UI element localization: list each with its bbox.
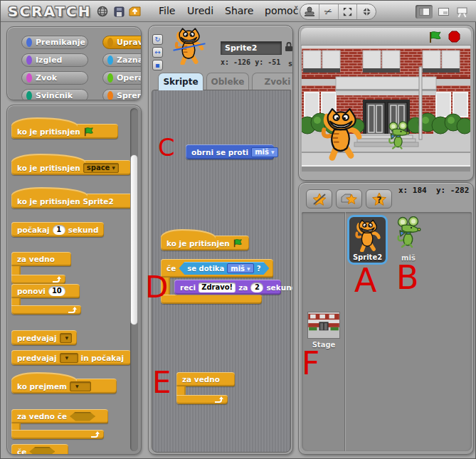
if-block-partial[interactable]: če (11, 444, 68, 455)
shrink-tool-button[interactable] (357, 4, 376, 19)
condition-slot[interactable] (29, 447, 55, 455)
small-stage-view-button[interactable] (416, 5, 433, 19)
block-label: ? (257, 265, 261, 273)
lock-icon[interactable] (285, 41, 293, 55)
annotation-letter-e: E (152, 365, 171, 400)
menu-pomoc[interactable]: pomoč (265, 5, 298, 16)
block-label: ko je pritisnjen (17, 127, 80, 136)
stop-sign-icon (448, 31, 460, 43)
touching-block[interactable]: se dotika miš ? (179, 262, 269, 275)
menu-file[interactable]: File (159, 5, 175, 16)
save-icon[interactable] (112, 4, 126, 19)
cat-sprite-icon (319, 107, 364, 161)
category-label: Spremen (117, 91, 142, 100)
play-sound-block[interactable]: predvajaj (11, 330, 77, 345)
block-label: za vedno (17, 255, 55, 263)
say-text-input[interactable]: Zdravo! (199, 283, 236, 292)
condition-slot[interactable] (70, 412, 95, 421)
import-sprite-button[interactable] (336, 189, 362, 209)
forever-if-block[interactable]: za vedno če (11, 409, 108, 439)
when-sprite-clicked-block[interactable]: ko je pritisnjen Sprite2 (11, 194, 134, 209)
category-premikanje[interactable]: Premikanje (21, 36, 88, 49)
category-zvok[interactable]: Zvok (21, 71, 88, 85)
duplicate-tool-button[interactable] (300, 4, 319, 19)
language-globe-icon[interactable] (95, 4, 110, 19)
say-for-seconds-block[interactable]: reci Zdravo! za 2 sekund (174, 280, 281, 295)
stop-button[interactable] (448, 31, 460, 46)
category-zaznavanje[interactable]: Zaznava (102, 53, 142, 67)
forever-block[interactable]: za vedno (11, 252, 71, 284)
annotation-letter-a: A (354, 261, 376, 300)
stage-tile[interactable]: Stage (306, 312, 342, 349)
category-label: Svinčnik (36, 91, 73, 100)
looks-color-dot-icon (26, 56, 32, 65)
category-operatorji[interactable]: Operato (102, 71, 142, 85)
sound-dropdown[interactable] (60, 333, 73, 343)
sprite-tile-label: Sprite2 (349, 253, 386, 261)
wait-block[interactable]: počakaj 1 sekund (11, 222, 104, 237)
delete-tool-button[interactable]: ✂ (319, 4, 339, 19)
annotation-letter-d: D (145, 270, 168, 305)
say-seconds-input[interactable]: 2 (250, 283, 263, 292)
menu-share[interactable]: Share (225, 5, 253, 16)
green-flag-button[interactable] (428, 31, 443, 46)
rotate-freely-button[interactable]: ↻ (152, 34, 163, 45)
touching-target-dropdown[interactable]: miš (227, 263, 253, 273)
surprise-sprite-button[interactable]: ? (366, 189, 392, 209)
sprite-tile-mis[interactable]: miš (391, 216, 425, 262)
category-label: Zaznava (117, 56, 142, 65)
menu-uredi[interactable]: Uredi (187, 5, 213, 16)
mouse-sprite-on-stage[interactable] (387, 121, 410, 152)
sprite-tile-sprite2[interactable]: Sprite2 (347, 215, 388, 265)
paintbrush-star-icon (310, 192, 329, 206)
category-spremenljivke[interactable]: Spremen (102, 89, 142, 100)
tab-skripte[interactable]: Skripte (158, 73, 203, 90)
forever-block[interactable]: za vedno (176, 372, 235, 404)
left-right-arrow-icon: ↔ (154, 48, 160, 56)
target-dropdown[interactable]: miš (251, 147, 277, 157)
left-right-flip-button[interactable]: ↔ (152, 47, 163, 58)
when-flag-clicked-block[interactable]: ko je pritisnjen (161, 236, 249, 250)
stage-view[interactable] (302, 46, 470, 172)
block-category-panel: Premikanje Izgled Zvok Svinčnik Upravlja… (6, 26, 142, 100)
grow-tool-button[interactable] (339, 4, 358, 19)
mouse-sprite-icon (387, 121, 410, 149)
block-palette: ko je pritisnjen ko je pritisnjen space … (6, 105, 142, 455)
tab-obleke[interactable]: Obleke (206, 73, 249, 90)
category-upravljanje[interactable]: Upravlja (102, 36, 142, 49)
sprite-direction-fragment: sm (288, 60, 293, 68)
large-stage-view-button[interactable] (435, 5, 452, 19)
when-i-receive-block[interactable]: ko prejmem (11, 379, 117, 394)
sound-dropdown[interactable] (60, 353, 78, 363)
no-rotate-button[interactable]: ▪ (152, 60, 163, 70)
tab-zvoki[interactable]: Zvoki (252, 73, 293, 90)
point-towards-block[interactable]: obrni se proti miš (186, 144, 274, 159)
when-key-pressed-block[interactable]: ko je pritisnjen space (11, 160, 131, 175)
block-label: predvajaj (17, 334, 57, 342)
play-sound-until-done-block[interactable]: predvajaj in počakaj (11, 350, 131, 365)
annotation-letter-b: B (396, 258, 419, 297)
when-flag-clicked-block[interactable]: ko je pritisnjen (11, 124, 118, 139)
repeat-block[interactable]: ponovi 10 (11, 284, 81, 315)
wait-seconds-input[interactable]: 1 (53, 225, 65, 235)
share-project-icon[interactable] (127, 4, 142, 19)
block-label: predvajaj (17, 354, 57, 362)
category-label: Premikanje (36, 38, 85, 47)
annotation-letter-c: C (158, 133, 175, 162)
repeat-count-input[interactable]: 10 (48, 286, 65, 296)
block-label: ko je pritisnjen Sprite2 (17, 197, 114, 206)
cursor-tool-group: ✂ (300, 4, 376, 20)
block-label: počakaj (17, 226, 50, 234)
category-label: Upravlja (117, 38, 142, 47)
variables-color-dot-icon (107, 91, 113, 100)
paint-new-sprite-button[interactable] (306, 189, 332, 209)
category-izgled[interactable]: Izgled (21, 53, 88, 67)
presentation-mode-button[interactable] (453, 5, 470, 19)
palette-scrollbar-thumb[interactable] (130, 154, 138, 325)
key-dropdown[interactable]: space (83, 163, 119, 173)
category-svincnik[interactable]: Svinčnik (21, 89, 88, 100)
sprite-name-input[interactable]: Sprite2 (221, 41, 282, 55)
cat-sprite-on-stage[interactable] (319, 107, 364, 164)
scissors-icon: ✂ (323, 6, 334, 19)
message-dropdown[interactable] (70, 381, 91, 391)
